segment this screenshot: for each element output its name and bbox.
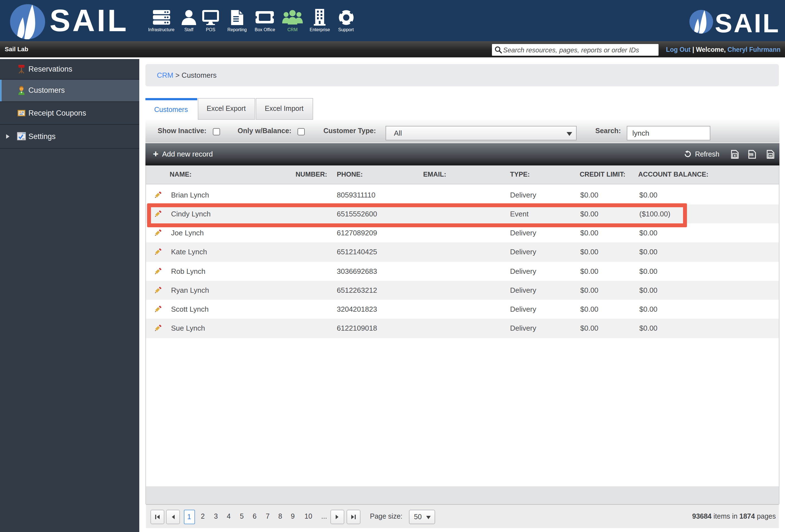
svg-text:x: x <box>734 153 736 158</box>
svg-text:CSV: CSV <box>748 154 753 156</box>
svg-text:w: w <box>769 153 772 158</box>
